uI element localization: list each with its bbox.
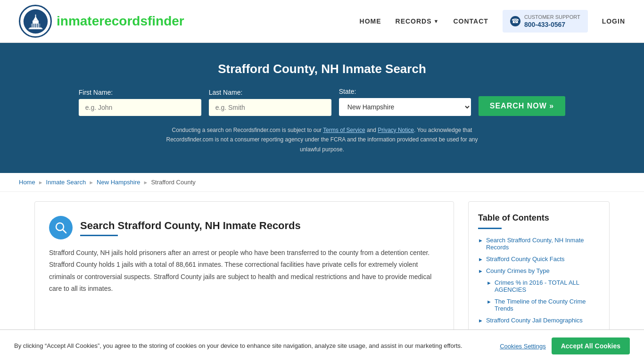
chevron-right-icon: ► (478, 318, 483, 323)
cookie-actions: Cookies Settings Accept All Cookies (500, 337, 630, 350)
section-header: Search Strafford County, NH Inmate Recor… (49, 216, 439, 239)
accept-all-cookies-button[interactable]: Accept All Cookies (552, 337, 630, 350)
toc-item-3: ► County Crimes by Type (478, 267, 600, 274)
toc-item-1: ► Search Strafford County, NH Inmate Rec… (478, 237, 600, 251)
site-header: inmaterecordsfinder HOME RECORDS ▼ CONTA… (0, 0, 644, 43)
toc-link-5[interactable]: ► The Timeline of the County Crime Trend… (487, 298, 600, 312)
search-icon (49, 216, 73, 239)
toc-item-6: ► Strafford County Jail Demographics (478, 317, 600, 324)
svg-rect-6 (33, 24, 34, 28)
last-name-input[interactable] (209, 99, 331, 116)
chevron-down-icon: ▼ (434, 18, 439, 24)
svg-rect-8 (37, 24, 38, 28)
breadcrumb: Home ► Inmate Search ► New Hampshire ► S… (0, 173, 644, 192)
terms-link[interactable]: Terms of Service (323, 127, 365, 133)
toc-link-1[interactable]: ► Search Strafford County, NH Inmate Rec… (478, 237, 600, 251)
toc-link-4[interactable]: ► Crimes % in 2016 - TOTAL ALL AGENCIES (487, 279, 600, 293)
svg-rect-5 (32, 24, 33, 28)
chevron-right-icon: ► (478, 256, 483, 262)
breadcrumb-sep-1: ► (38, 180, 43, 185)
svg-rect-11 (28, 28, 42, 29)
breadcrumb-inmate-search[interactable]: Inmate Search (46, 179, 86, 186)
logo-icon (19, 5, 52, 38)
section-body: Strafford County, NH jails hold prisoner… (49, 247, 439, 295)
cookie-banner: By clicking “Accept All Cookies”, you ag… (0, 329, 644, 350)
content-left: Search Strafford County, NH Inmate Recor… (34, 201, 454, 340)
disclaimer-text: Conducting a search on Recordsfinder.com… (157, 125, 487, 154)
cookies-settings-button[interactable]: Cookies Settings (500, 343, 546, 350)
last-name-group: Last Name: (209, 89, 331, 116)
svg-rect-2 (33, 20, 39, 24)
privacy-link[interactable]: Privacy Notice (378, 127, 414, 133)
svg-rect-10 (29, 27, 41, 28)
last-name-label: Last Name: (209, 89, 331, 96)
section-underline (80, 235, 118, 236)
cookie-text: By clicking “Accept All Cookies”, you ag… (14, 341, 490, 350)
first-name-input[interactable] (79, 99, 201, 116)
nav-login[interactable]: LOGIN (602, 17, 625, 25)
toc-sidebar: Table of Contents ► Search Strafford Cou… (468, 201, 610, 340)
hero-title: Strafford County, NH Inmate Search (9, 62, 635, 76)
toc-link-3[interactable]: ► County Crimes by Type (478, 267, 600, 274)
state-select[interactable]: New Hampshire Alabama Alaska Arizona Cal… (339, 98, 471, 116)
breadcrumb-sep-3: ► (143, 180, 149, 185)
svg-rect-4 (35, 14, 36, 17)
state-label: State: (339, 88, 471, 95)
nav-contact[interactable]: CONTACT (453, 17, 488, 25)
svg-rect-9 (38, 24, 39, 28)
state-group: State: New Hampshire Alabama Alaska Ariz… (339, 88, 471, 116)
search-button[interactable]: SEARCH NOW » (479, 96, 565, 116)
breadcrumb-current: Strafford County (151, 179, 195, 186)
breadcrumb-sep-2: ► (89, 180, 94, 185)
section-title-block: Search Strafford County, NH Inmate Recor… (80, 220, 301, 236)
breadcrumb-home[interactable]: Home (19, 179, 35, 186)
search-form: First Name: Last Name: State: New Hampsh… (9, 88, 635, 116)
support-box: ☎ CUSTOMER SUPPORT 800-433-0567 (503, 10, 588, 33)
chevron-right-icon: ► (487, 299, 492, 304)
logo-text: inmaterecordsfinder (57, 14, 184, 29)
hero-section: Strafford County, NH Inmate Search First… (0, 43, 644, 173)
svg-line-13 (63, 230, 66, 233)
breadcrumb-new-hampshire[interactable]: New Hampshire (97, 179, 140, 186)
headset-icon: ☎ (510, 16, 520, 26)
nav-home[interactable]: HOME (360, 17, 381, 25)
main-content: Search Strafford County, NH Inmate Recor… (20, 201, 624, 340)
nav-records[interactable]: RECORDS ▼ (396, 17, 439, 25)
chevron-right-icon: ► (487, 280, 492, 286)
section-title: Search Strafford County, NH Inmate Recor… (80, 220, 301, 232)
chevron-right-icon: ► (478, 268, 483, 274)
logo-area: inmaterecordsfinder (19, 5, 184, 38)
first-name-label: First Name: (79, 89, 201, 96)
toc-item-5: ► The Timeline of the County Crime Trend… (487, 298, 600, 312)
first-name-group: First Name: (79, 89, 201, 116)
toc-link-2[interactable]: ► Strafford County Quick Facts (478, 255, 600, 263)
chevron-right-icon: ► (478, 238, 483, 243)
toc-divider (478, 228, 502, 229)
toc-title: Table of Contents (478, 213, 600, 223)
toc-link-6[interactable]: ► Strafford County Jail Demographics (478, 317, 600, 324)
toc-item-2: ► Strafford County Quick Facts (478, 255, 600, 263)
toc-list: ► Search Strafford County, NH Inmate Rec… (478, 237, 600, 324)
svg-rect-7 (35, 24, 36, 28)
main-nav: HOME RECORDS ▼ CONTACT ☎ CUSTOMER SUPPOR… (360, 10, 625, 33)
toc-item-4: ► Crimes % in 2016 - TOTAL ALL AGENCIES (487, 279, 600, 293)
